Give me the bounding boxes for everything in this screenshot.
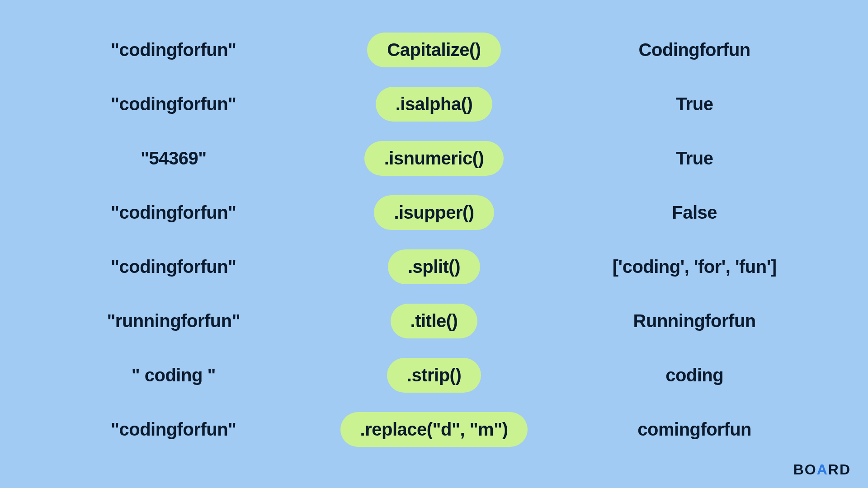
input-value: "codingforfun" (45, 40, 302, 60)
output-value: False (566, 202, 823, 223)
board-logo: BOARD (793, 461, 851, 478)
method-wrap: Capitalize() (302, 33, 566, 67)
output-value: Runningforfun (566, 311, 823, 331)
method-pill: .isupper() (374, 195, 494, 230)
input-value: "codingforfun" (45, 257, 302, 277)
table-row: "codingforfun" .isupper() False (45, 195, 823, 230)
method-wrap: .isupper() (302, 195, 566, 230)
method-pill: .isalpha() (376, 87, 493, 122)
input-value: " coding " (45, 365, 302, 385)
logo-letter: A (817, 461, 828, 478)
output-value: comingforfun (566, 419, 823, 440)
method-pill: .replace("d", "m") (340, 412, 528, 447)
logo-letter: B (793, 461, 805, 478)
method-wrap: .isalpha() (302, 87, 566, 122)
output-value: ['coding', 'for', 'fun'] (566, 257, 823, 277)
logo-letter: O (805, 461, 817, 478)
output-value: Codingforfun (566, 40, 823, 60)
table-row: "codingforfun" Capitalize() Codingforfun (45, 33, 823, 67)
table-row: "54369" .isnumeric() True (45, 141, 823, 176)
input-value: "runningforfun" (45, 311, 302, 331)
output-value: True (566, 94, 823, 114)
method-pill: .split() (388, 249, 480, 284)
input-value: "codingforfun" (45, 94, 302, 114)
input-value: "codingforfun" (45, 419, 302, 440)
input-value: "codingforfun" (45, 202, 302, 223)
logo-letter: R (828, 461, 840, 478)
method-pill: .strip() (387, 358, 481, 393)
table-row: "codingforfun" .replace("d", "m") coming… (45, 412, 823, 447)
method-pill: .title() (391, 304, 478, 338)
methods-table: "codingforfun" Capitalize() Codingforfun… (0, 0, 868, 488)
method-wrap: .replace("d", "m") (302, 412, 566, 447)
method-wrap: .isnumeric() (302, 141, 566, 176)
table-row: "runningforfun" .title() Runningforfun (45, 304, 823, 338)
output-value: True (566, 148, 823, 169)
table-row: " coding " .strip() coding (45, 358, 823, 393)
output-value: coding (566, 365, 823, 385)
method-pill: Capitalize() (367, 33, 500, 67)
table-row: "codingforfun" .split() ['coding', 'for'… (45, 249, 823, 284)
method-wrap: .strip() (302, 358, 566, 393)
table-row: "codingforfun" .isalpha() True (45, 87, 823, 122)
method-wrap: .split() (302, 249, 566, 284)
method-pill: .isnumeric() (364, 141, 504, 176)
logo-letter: D (840, 461, 851, 478)
input-value: "54369" (45, 148, 302, 169)
method-wrap: .title() (302, 304, 566, 338)
